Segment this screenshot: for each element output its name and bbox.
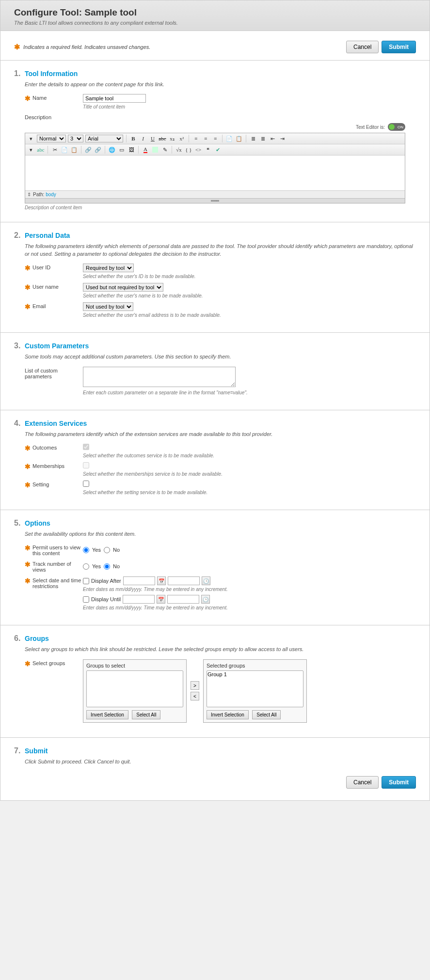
groups-to-select-list[interactable] <box>86 670 183 707</box>
move-left-button[interactable]: < <box>191 692 199 700</box>
copy-icon[interactable]: 📄 <box>61 146 68 154</box>
image-icon[interactable]: 🖼 <box>127 146 135 154</box>
invert-selection-right-button[interactable]: Invert Selection <box>207 710 249 719</box>
required-icon: ✱ <box>25 577 31 584</box>
text-color-icon[interactable]: A <box>142 146 149 154</box>
align-right-icon[interactable]: ≡ <box>211 135 219 142</box>
superscript-icon[interactable]: x² <box>178 135 186 142</box>
formula-icon[interactable]: √x <box>175 146 183 154</box>
userid-label: User ID <box>32 264 50 270</box>
username-select[interactable]: Used but not required by tool <box>83 283 163 292</box>
select-all-right-button[interactable]: Select All <box>252 710 281 719</box>
copy-icon[interactable]: 📄 <box>225 135 233 142</box>
toggle-dot-icon <box>389 124 395 130</box>
list-item[interactable]: Group 1 <box>207 671 303 678</box>
section-number: 2. <box>14 231 25 240</box>
rte-resize-handle[interactable]: ═══ <box>25 198 405 203</box>
email-select[interactable]: Not used by tool <box>83 302 133 311</box>
submit-button-bottom[interactable]: Submit <box>382 776 416 789</box>
userid-select[interactable]: Required by tool <box>83 264 134 272</box>
groups-to-select-panel: Groups to select Invert Selection Select… <box>83 659 187 723</box>
subscript-icon[interactable]: x₂ <box>168 135 176 142</box>
spellcheck-icon[interactable]: abc <box>37 146 45 154</box>
bold-icon[interactable]: B <box>129 135 137 142</box>
rte-content[interactable] <box>25 156 405 190</box>
track-yes-radio[interactable] <box>83 563 89 570</box>
required-icon: ✱ <box>25 544 31 551</box>
required-icon: ✱ <box>25 482 31 488</box>
unlink-icon[interactable]: 🔗 <box>94 146 102 154</box>
check-icon[interactable]: ✔ <box>214 146 222 154</box>
display-after-time-input[interactable] <box>168 576 200 585</box>
date-help: Enter dates as mm/dd/yyyy. Time may be e… <box>83 605 416 610</box>
name-input[interactable] <box>83 94 146 103</box>
size-select[interactable]: 3 <box>68 135 83 142</box>
section-submit: 7. Submit Click Submit to proceed. Click… <box>0 738 430 800</box>
cancel-button[interactable]: Cancel <box>346 41 379 53</box>
clock-icon[interactable]: 🕒 <box>201 595 210 604</box>
underline-icon[interactable]: U <box>149 135 157 142</box>
display-until-checkbox[interactable] <box>83 596 89 603</box>
paste-icon[interactable]: 📋 <box>70 146 78 154</box>
setting-checkbox[interactable] <box>83 481 89 487</box>
align-left-icon[interactable]: ≡ <box>192 135 200 142</box>
bg-color-icon[interactable] <box>151 146 159 154</box>
move-right-button[interactable]: > <box>191 681 199 690</box>
link-icon[interactable]: 🔗 <box>84 146 92 154</box>
outcomes-checkbox[interactable] <box>83 444 89 450</box>
display-after-date-input[interactable] <box>123 576 155 585</box>
film-icon[interactable]: ▭ <box>118 146 126 154</box>
selected-groups-list[interactable]: Group 1 <box>207 670 303 707</box>
select-groups-label: Select groups <box>32 660 65 666</box>
highlight-icon[interactable]: ✎ <box>161 146 169 154</box>
display-after-checkbox[interactable] <box>83 578 89 584</box>
italic-icon[interactable]: I <box>139 135 147 142</box>
outcomes-help: Select whether the outcomes service is t… <box>83 453 416 458</box>
indent-icon[interactable]: ⇥ <box>278 135 286 142</box>
dropdown-icon[interactable]: ▾ <box>27 135 35 142</box>
symbol-icon[interactable]: { } <box>185 146 192 154</box>
yes-label: Yes <box>92 563 101 569</box>
align-center-icon[interactable]: ≡ <box>202 135 209 142</box>
section-number: 4. <box>14 419 25 428</box>
section-number: 6. <box>14 634 25 643</box>
cancel-button-bottom[interactable]: Cancel <box>346 776 379 789</box>
blockquote-icon[interactable]: ❝ <box>204 146 212 154</box>
track-no-radio[interactable] <box>104 563 110 570</box>
editor-toggle[interactable]: ON <box>388 123 405 131</box>
calendar-icon[interactable]: 📅 <box>157 595 165 604</box>
cut-icon[interactable]: ✂ <box>51 146 59 154</box>
name-label: Name <box>32 95 47 101</box>
resize-icon[interactable]: ⇕ <box>27 192 31 197</box>
required-icon: ✱ <box>25 660 31 667</box>
permit-no-radio[interactable] <box>104 547 110 553</box>
username-label: User name <box>32 284 59 290</box>
display-until-date-input[interactable] <box>123 595 155 604</box>
invert-selection-left-button[interactable]: Invert Selection <box>86 710 128 719</box>
paste-icon[interactable]: 📋 <box>235 135 243 142</box>
code-icon[interactable]: <> <box>194 146 202 154</box>
ordered-list-icon[interactable]: ≣ <box>249 135 257 142</box>
section-number: 7. <box>14 747 25 755</box>
display-until-time-input[interactable] <box>167 595 199 604</box>
custom-params-textarea[interactable] <box>83 367 236 387</box>
unordered-list-icon[interactable]: ≣ <box>259 135 267 142</box>
display-after-label: Display After <box>91 578 121 584</box>
select-all-left-button[interactable]: Select All <box>132 710 160 719</box>
format-select[interactable]: Normal <box>37 135 66 142</box>
clock-icon[interactable]: 🕒 <box>202 576 210 585</box>
rte-toolbar-row-1: ▾ Normal 3 Arial B I U abc x₂ x² ≡ ≡ ≡ 📄… <box>25 133 405 144</box>
name-help: Title of content item <box>83 104 416 109</box>
dropdown-icon[interactable]: ▾ <box>27 146 35 154</box>
outdent-icon[interactable]: ⇤ <box>269 135 276 142</box>
permit-yes-radio[interactable] <box>83 547 89 553</box>
font-select[interactable]: Arial <box>85 135 123 142</box>
memberships-checkbox[interactable] <box>83 462 89 468</box>
submit-button[interactable]: Submit <box>382 41 416 53</box>
page-subtitle: The Basic LTI tool allows connections to… <box>14 20 416 26</box>
calendar-icon[interactable]: 📅 <box>157 576 166 585</box>
rte-toolbar-row-2: ▾ abc ✂ 📄 📋 🔗 🔗 🌐 ▭ 🖼 A ✎ √x { } <box>25 144 405 156</box>
strike-icon[interactable]: abc <box>159 135 166 142</box>
globe-icon[interactable]: 🌐 <box>108 146 116 154</box>
path-body[interactable]: body <box>46 192 56 197</box>
